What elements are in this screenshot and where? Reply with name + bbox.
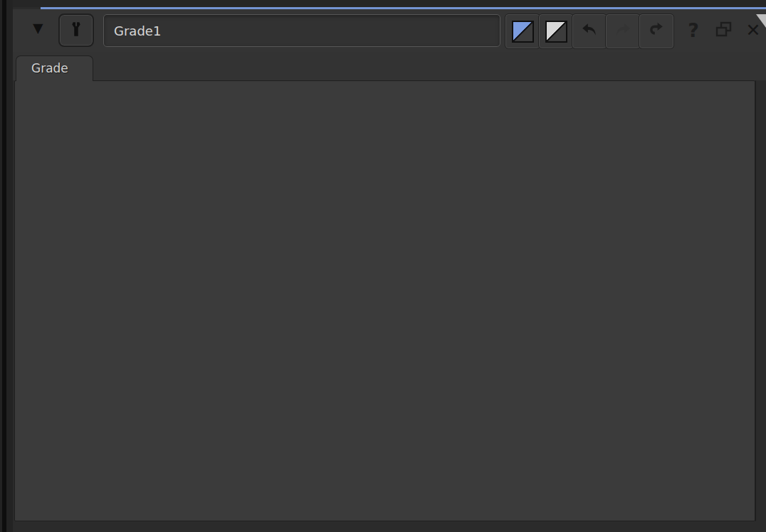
top-strip	[13, 0, 766, 7]
wrench-icon	[67, 20, 85, 41]
titlebar-buttons	[505, 14, 673, 47]
window-edge	[0, 0, 13, 532]
redo-icon	[613, 21, 633, 41]
node-color-swatch-icon	[512, 21, 534, 43]
tab-grade[interactable]: Grade	[16, 55, 93, 81]
tab-label: Grade	[31, 61, 68, 75]
redo-button[interactable]	[606, 14, 640, 48]
tab-bar	[13, 52, 766, 80]
grade-node-properties-window: ▼ ? ✕ Grade channels	[0, 0, 766, 532]
undo-button[interactable]	[572, 14, 607, 48]
revert-button[interactable]	[639, 14, 673, 48]
float-panel-icon	[713, 29, 735, 43]
properties-panel	[14, 80, 755, 521]
revert-icon	[646, 21, 666, 41]
titlebar: ▼ ? ✕	[13, 9, 766, 52]
node-settings-button[interactable]	[58, 14, 94, 47]
undo-icon	[579, 21, 599, 41]
help-button[interactable]: ?	[681, 16, 706, 45]
node-color-button[interactable]	[505, 14, 540, 48]
collapse-triangle-icon[interactable]: ▼	[33, 20, 43, 36]
float-panel-button[interactable]	[713, 20, 736, 41]
gl-color-button[interactable]	[539, 14, 573, 48]
gl-color-swatch-icon	[545, 21, 567, 43]
node-name-input[interactable]	[103, 14, 500, 47]
